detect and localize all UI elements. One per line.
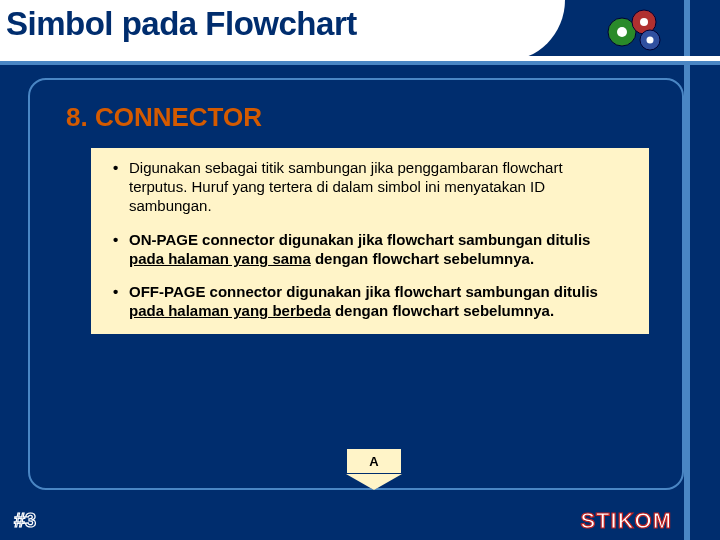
section-name: CONNECTOR (95, 102, 262, 132)
title-banner: Simbol pada Flowchart (0, 0, 505, 56)
list-item: Digunakan sebagai titik sambungan jika p… (113, 158, 623, 216)
bullet-text: Digunakan sebagai titik sambungan jika p… (129, 159, 563, 214)
title-separator (0, 61, 720, 65)
bullet-underline: pada halaman yang sama (129, 250, 311, 267)
bullet-text: OFF-PAGE connector digunakan jika flowch… (129, 283, 598, 300)
bullet-underline: pada halaman yang berbeda (129, 302, 331, 319)
connector-label: A (346, 448, 402, 474)
section-number: 8. (66, 102, 88, 132)
section-heading: 8. CONNECTOR (66, 102, 652, 133)
content-frame: 8. CONNECTOR Digunakan sebagai titik sam… (28, 78, 684, 490)
svg-point-1 (617, 27, 627, 37)
offpage-connector-symbol: A (346, 448, 402, 474)
slide-number: #3 (14, 509, 36, 532)
list-item: ON-PAGE connector digunakan jika flowcha… (113, 230, 623, 268)
banner-curve (505, 0, 565, 61)
bullet-text: ON-PAGE connector digunakan jika flowcha… (129, 231, 590, 248)
gears-icon (600, 4, 672, 54)
list-item: OFF-PAGE connector digunakan jika flowch… (113, 282, 623, 320)
bullet-tail: dengan flowchart sebelumnya. (311, 250, 534, 267)
bullet-list: Digunakan sebagai titik sambungan jika p… (113, 158, 623, 320)
page-title: Simbol pada Flowchart (0, 0, 505, 43)
vertical-accent (684, 0, 690, 540)
svg-point-3 (640, 18, 648, 26)
brand-mark: STIKOM (580, 508, 672, 534)
info-box: Digunakan sebagai titik sambungan jika p… (90, 147, 650, 335)
bullet-tail: dengan flowchart sebelumnya. (331, 302, 554, 319)
svg-point-5 (647, 37, 654, 44)
